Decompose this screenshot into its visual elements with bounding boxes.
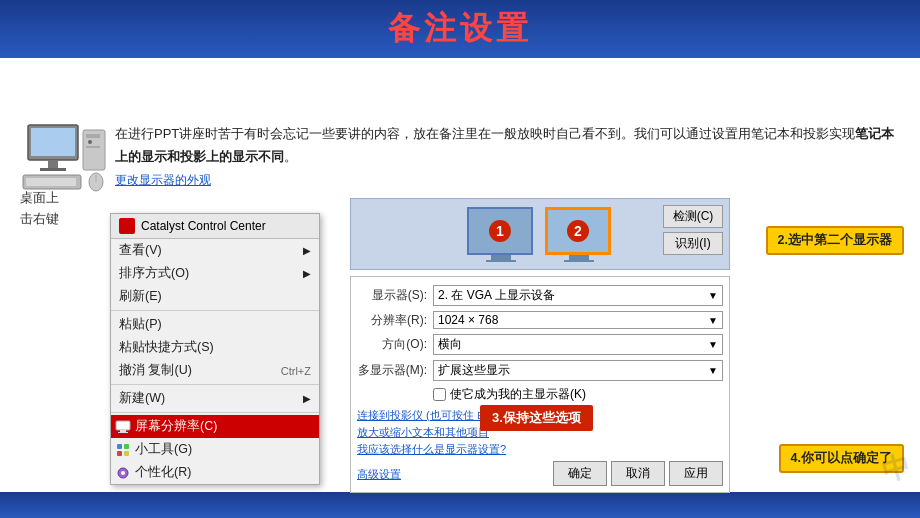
svg-rect-7 xyxy=(86,146,100,148)
step4-callout: 4.你可以点确定了 xyxy=(779,444,904,473)
resolution-label: 分辨率(R): xyxy=(357,312,427,329)
multi-display-dropdown[interactable]: 扩展这些显示 ▼ xyxy=(433,360,723,381)
menu-item-paste[interactable]: 粘贴(P) xyxy=(111,313,319,336)
primary-monitor-label: 使它成为我的主显示器(K) xyxy=(450,386,586,403)
step2-label: 2.选中第二个显示器 xyxy=(778,233,892,247)
slide: 备注设置 xyxy=(0,0,920,518)
detect-button[interactable]: 检测(C) xyxy=(663,205,723,228)
menu-item-personalize[interactable]: 个性化(R) xyxy=(111,461,319,484)
menu-item-sort[interactable]: 排序方式(O)▶ xyxy=(111,262,319,285)
menu-item-view[interactable]: 查看(V)▶ xyxy=(111,239,319,262)
confirm-buttons: 确定 取消 应用 xyxy=(553,461,723,486)
monitor-1-base xyxy=(486,260,516,262)
svg-rect-17 xyxy=(117,451,122,456)
menu-header: Catalyst Control Center xyxy=(111,214,319,239)
svg-rect-1 xyxy=(31,128,75,156)
menu-item-paste-shortcut[interactable]: 粘贴快捷方式(S) xyxy=(111,336,319,359)
resolution-dropdown[interactable]: 1024 × 768 ▼ xyxy=(433,311,723,329)
personalize-icon xyxy=(115,465,131,481)
intro-text-block: 在进行PPT讲座时苦于有时会忘记一些要讲的内容，放在备注里在一般放映时自己看不到… xyxy=(115,123,902,191)
change-display-link[interactable]: 更改显示器的外观 xyxy=(115,173,211,187)
multi-display-label: 多显示器(M): xyxy=(357,362,427,379)
display-value: 2. 在 VGA 上显示设备 xyxy=(438,287,555,304)
svg-rect-3 xyxy=(40,168,66,171)
separator-1 xyxy=(111,310,319,311)
monitor-1-number: 1 xyxy=(489,220,511,242)
monitor-1-option[interactable]: 1 xyxy=(467,207,535,261)
step2-callout: 2.选中第二个显示器 xyxy=(766,226,904,255)
identify-button[interactable]: 识别(I) xyxy=(663,232,723,255)
step3-callout: 3.保持这些选项 xyxy=(480,405,593,431)
content-area: 在进行PPT讲座时苦于有时会忘记一些要讲的内容，放在备注里在一般放映时自己看不到… xyxy=(0,58,920,518)
confirm-button[interactable]: 确定 xyxy=(553,461,607,486)
cancel-button[interactable]: 取消 xyxy=(611,461,665,486)
link-display-settings[interactable]: 我应该选择什么是显示器设置? xyxy=(357,442,723,457)
menu-item-gadgets[interactable]: 小工具(G) xyxy=(111,438,319,461)
display-row: 显示器(S): 2. 在 VGA 上显示设备 ▼ xyxy=(357,285,723,306)
panel-buttons: 检测(C) 识别(I) xyxy=(663,205,723,255)
svg-rect-12 xyxy=(116,421,130,430)
top-bar: 备注设置 xyxy=(0,0,920,58)
svg-rect-9 xyxy=(26,178,76,186)
menu-title: Catalyst Control Center xyxy=(141,219,266,233)
svg-rect-16 xyxy=(124,444,129,449)
monitor-2-option[interactable]: 2 xyxy=(545,207,613,261)
svg-point-6 xyxy=(88,140,92,144)
svg-point-20 xyxy=(121,471,125,475)
monitor-2-base xyxy=(564,260,594,262)
multi-display-row: 多显示器(M): 扩展这些显示 ▼ xyxy=(357,360,723,381)
separator-2 xyxy=(111,384,319,385)
menu-item-resolution[interactable]: 屏幕分辨率(C) xyxy=(111,415,319,438)
svg-rect-5 xyxy=(86,134,100,138)
checkbox-row: 使它成为我的主显示器(K) xyxy=(433,386,723,403)
svg-rect-14 xyxy=(118,432,128,433)
svg-rect-2 xyxy=(48,160,58,168)
orientation-dropdown[interactable]: 横向 ▼ xyxy=(433,334,723,355)
intro-text: 在进行PPT讲座时苦于有时会忘记一些要讲的内容，放在备注里在一般放映时自己看不到… xyxy=(115,126,855,141)
orientation-row: 方向(O): 横向 ▼ xyxy=(357,334,723,355)
monitor-2-number: 2 xyxy=(567,220,589,242)
multi-display-value: 扩展这些显示 xyxy=(438,362,510,379)
ccc-icon xyxy=(119,218,135,234)
display-settings-panel: 1 2 xyxy=(350,198,730,493)
monitor-selector: 1 2 xyxy=(350,198,730,270)
resolution-value: 1024 × 768 xyxy=(438,313,498,327)
step3-label: 3.保持这些选项 xyxy=(492,410,581,425)
display-settings-form: 显示器(S): 2. 在 VGA 上显示设备 ▼ 分辨率(R): 1024 × … xyxy=(350,276,730,493)
menu-item-undo[interactable]: 撤消 复制(U) Ctrl+Z xyxy=(111,359,319,382)
orientation-label: 方向(O): xyxy=(357,336,427,353)
orientation-value: 横向 xyxy=(438,336,462,353)
menu-item-refresh[interactable]: 刷新(E) xyxy=(111,285,319,308)
step4-label: 4.你可以点确定了 xyxy=(791,451,892,465)
svg-rect-18 xyxy=(124,451,129,456)
resolution-row: 分辨率(R): 1024 × 768 ▼ xyxy=(357,311,723,329)
context-menu: Catalyst Control Center 查看(V)▶ 排序方式(O)▶ … xyxy=(110,213,320,485)
advanced-settings-link[interactable]: 高级设置 xyxy=(357,467,401,482)
display-label: 显示器(S): xyxy=(357,287,427,304)
desktop-label: 桌面上 击右键 xyxy=(20,188,59,230)
monitor-2-thumb: 2 xyxy=(545,207,611,255)
page-title: 备注设置 xyxy=(388,7,532,51)
separator-3 xyxy=(111,412,319,413)
panel-footer: 高级设置 确定 取消 应用 xyxy=(357,461,723,486)
menu-item-new[interactable]: 新建(W)▶ xyxy=(111,387,319,410)
primary-monitor-checkbox[interactable] xyxy=(433,388,446,401)
display-dropdown[interactable]: 2. 在 VGA 上显示设备 ▼ xyxy=(433,285,723,306)
monitor-1-thumb: 1 xyxy=(467,207,533,255)
apply-button[interactable]: 应用 xyxy=(669,461,723,486)
monitor-icon xyxy=(115,419,131,435)
gadget-icon xyxy=(115,442,131,458)
svg-rect-15 xyxy=(117,444,122,449)
svg-rect-13 xyxy=(120,430,126,432)
